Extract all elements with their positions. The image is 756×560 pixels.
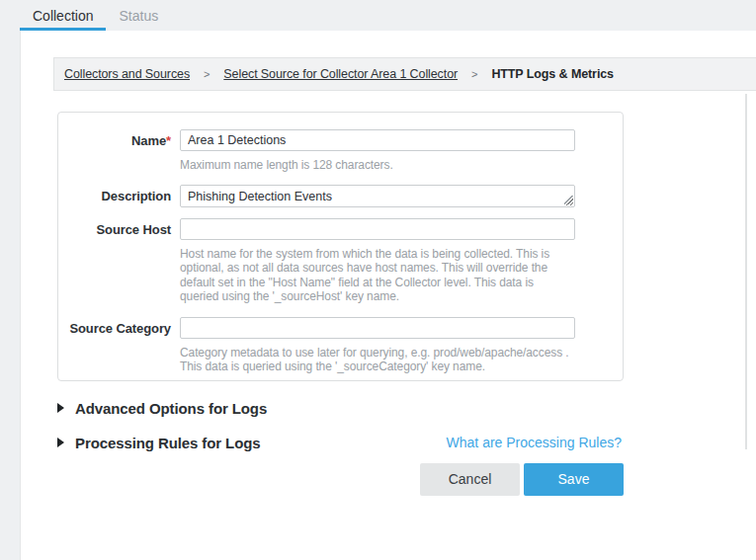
description-textarea[interactable]: Phishing Detection Events [180, 185, 575, 207]
breadcrumb-separator: > [204, 68, 210, 80]
breadcrumb-link-select-source[interactable]: Select Source for Collector Area 1 Colle… [223, 67, 458, 81]
breadcrumb: Collectors and Sources > Select Source f… [53, 57, 756, 91]
source-category-help-text: Category metadata to use later for query… [180, 346, 575, 374]
breadcrumb-current-page: HTTP Logs & Metrics [491, 67, 614, 81]
name-input[interactable] [180, 129, 575, 151]
scrollbar[interactable] [745, 94, 747, 449]
processing-rules-title: Processing Rules for Logs [75, 435, 261, 451]
breadcrumb-link-collectors[interactable]: Collectors and Sources [64, 67, 190, 81]
description-row: Description Phishing Detection Events [58, 185, 623, 218]
tab-collection[interactable]: Collection [20, 0, 106, 31]
save-button[interactable]: Save [524, 463, 624, 496]
source-config-card: Name* Maximum name length is 128 charact… [57, 112, 624, 381]
name-row: Name* Maximum name length is 128 charact… [58, 129, 623, 185]
tab-status[interactable]: Status [106, 0, 171, 31]
source-host-row: Source Host Host name for the system fro… [58, 218, 623, 317]
required-asterisk: * [166, 133, 171, 148]
name-help-text: Maximum name length is 128 characters. [180, 158, 575, 173]
tab-status-label: Status [119, 8, 158, 24]
source-category-label: Source Category [58, 317, 180, 374]
processing-rules-expander[interactable]: Processing Rules for Logs What are Proce… [57, 435, 622, 451]
cancel-button[interactable]: Cancel [420, 463, 520, 496]
name-label: Name* [58, 129, 180, 185]
source-host-help-text: Host name for the system from which the … [180, 247, 575, 304]
source-category-row: Source Category Category metadata to use… [58, 317, 623, 374]
what-are-processing-rules-link[interactable]: What are Processing Rules? [447, 435, 622, 450]
tab-bar: Collection Status [0, 0, 756, 31]
advanced-options-expander[interactable]: Advanced Options for Logs [57, 400, 622, 417]
expand-triangle-icon [57, 403, 64, 413]
source-host-label: Source Host [58, 218, 180, 317]
breadcrumb-separator: > [471, 68, 477, 80]
source-host-input[interactable] [180, 218, 575, 240]
expand-triangle-icon [57, 438, 64, 447]
advanced-options-title: Advanced Options for Logs [75, 400, 267, 417]
tab-collection-label: Collection [33, 8, 93, 24]
main-content: Collectors and Sources > Select Source f… [20, 31, 756, 560]
action-button-row: Cancel Save [57, 463, 624, 496]
description-label: Description [58, 185, 180, 218]
source-category-input[interactable] [180, 317, 575, 339]
